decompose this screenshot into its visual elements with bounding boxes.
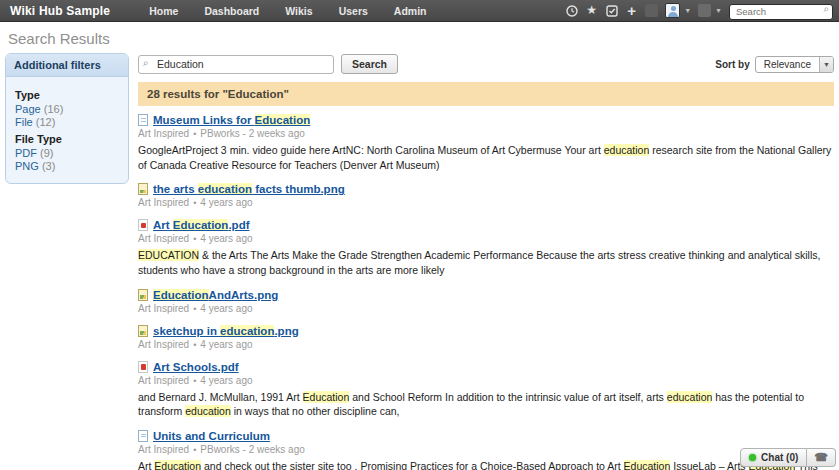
nav-menu: HomeDashboardWikisUsersAdmin: [136, 0, 439, 21]
search-input[interactable]: [138, 55, 334, 74]
result-author: Art Inspired: [138, 128, 189, 139]
pdf-file-icon: [138, 219, 148, 231]
search-result-item: Art Education.pdf Art Inspired•4 years a…: [138, 219, 834, 277]
navbar-search-input[interactable]: [729, 4, 833, 20]
avatar-caret-icon[interactable]: ▼: [684, 7, 691, 14]
result-snippet: and Bernard J. McMullan, 1991 Art Educat…: [138, 390, 834, 419]
result-byline: Art Inspired•4 years ago: [138, 303, 834, 314]
search-icon: ⌕: [823, 3, 829, 15]
nav-item-admin[interactable]: Admin: [381, 0, 440, 22]
result-byline: Art Inspired•PBworks - 2 weeks ago: [138, 128, 834, 139]
filter-link-pdf[interactable]: PDF: [15, 147, 37, 159]
filter-group-title: Type: [15, 89, 119, 101]
filter-item-pdf: PDF (9): [15, 147, 119, 159]
online-status-dot: [749, 454, 756, 461]
result-byline: Art Inspired•PBworks - 2 weeks ago: [138, 444, 834, 455]
result-title-link[interactable]: Art Education.pdf: [153, 219, 249, 231]
result-title-link[interactable]: Units and Curriculum: [153, 430, 270, 442]
search-result-item: Museum Links for Education Art Inspired•…: [138, 114, 834, 172]
results-list: Museum Links for Education Art Inspired•…: [138, 114, 834, 470]
filter-item-page: Page (16): [15, 103, 119, 115]
search-row: ⌕ Search Sort by Relevance ▼: [138, 54, 834, 74]
filters-header: Additional filters: [6, 54, 128, 77]
result-byline: Art Inspired•4 years ago: [138, 375, 834, 386]
sort-selected-value: Relevance: [756, 57, 819, 72]
nav-item-dashboard[interactable]: Dashboard: [191, 0, 272, 22]
result-title-link[interactable]: Art Schools.pdf: [153, 361, 239, 373]
result-title-link[interactable]: EducationAndArts.png: [153, 289, 278, 301]
filters-sidebar: Additional filters TypePage (16)File (12…: [5, 53, 129, 470]
search-button[interactable]: Search: [341, 54, 398, 74]
filter-item-png: PNG (3): [15, 160, 119, 172]
filter-group-title: File Type: [15, 133, 119, 145]
result-byline: Art Inspired•4 years ago: [138, 233, 834, 244]
filter-count: (12): [33, 116, 56, 128]
filter-item-file: File (12): [15, 116, 119, 128]
result-timestamp: PBworks - 2 weeks ago: [200, 444, 305, 455]
account-menu-icon[interactable]: [698, 4, 711, 17]
result-author: Art Inspired: [138, 303, 189, 314]
filter-link-png[interactable]: PNG: [15, 160, 39, 172]
result-snippet: EDUCATION & the Arts The Arts Make the G…: [138, 248, 834, 277]
results-main: ⌕ Search Sort by Relevance ▼ 28 results …: [138, 53, 834, 470]
chat-button-label: Chat (0): [761, 452, 798, 463]
app-title: Wiki Hub Sample: [10, 4, 110, 18]
result-snippet: GoogleArtProject 3 min. video guide here…: [138, 143, 834, 172]
result-timestamp: 4 years ago: [200, 233, 252, 244]
search-result-item: sketchup in education.png Art Inspired•4…: [138, 325, 834, 350]
page-file-icon: [138, 430, 148, 442]
page-file-icon: [138, 114, 148, 126]
result-author: Art Inspired: [138, 444, 189, 455]
top-navbar: Wiki Hub Sample HomeDashboardWikisUsersA…: [0, 0, 839, 22]
result-title-link[interactable]: Museum Links for Education: [153, 114, 310, 126]
navbar-search: ⌕: [729, 1, 833, 20]
result-author: Art Inspired: [138, 233, 189, 244]
nav-item-wikis[interactable]: Wikis: [272, 0, 325, 22]
filters-body: TypePage (16)File (12)File TypePDF (9)PN…: [6, 77, 128, 183]
result-title-link[interactable]: sketchup in education.png: [153, 325, 299, 337]
tasks-checkbox-icon[interactable]: [605, 4, 618, 17]
pdf-file-icon: [138, 361, 148, 373]
sort-dropdown[interactable]: Relevance ▼: [755, 56, 834, 73]
result-timestamp: 4 years ago: [200, 375, 252, 386]
chat-widget: Chat (0) ☎: [740, 448, 836, 467]
dark-square-icon[interactable]: [645, 4, 658, 17]
image-file-icon: [138, 183, 148, 195]
account-menu-caret-icon[interactable]: ▼: [715, 7, 722, 14]
search-result-item: the arts education facts thumb.png Art I…: [138, 183, 834, 208]
image-file-icon: [138, 325, 148, 337]
add-plus-icon[interactable]: +: [625, 4, 638, 17]
page-title: Search Results: [0, 22, 839, 53]
image-file-icon: [138, 289, 148, 301]
navbar-right: ★ + ▼ ▼ ⌕: [565, 1, 833, 20]
chat-button[interactable]: Chat (0): [740, 448, 807, 467]
filter-link-page[interactable]: Page: [15, 103, 41, 115]
filter-count: (3): [39, 160, 56, 172]
chevron-down-icon: ▼: [819, 57, 833, 72]
result-byline: Art Inspired•4 years ago: [138, 197, 834, 208]
result-timestamp: 4 years ago: [200, 303, 252, 314]
nav-item-users[interactable]: Users: [326, 0, 381, 22]
clock-icon[interactable]: [565, 4, 578, 17]
filter-link-file[interactable]: File: [15, 116, 33, 128]
phone-icon[interactable]: ☎: [807, 448, 836, 467]
result-title-link[interactable]: the arts education facts thumb.png: [153, 183, 345, 195]
result-timestamp: PBworks - 2 weeks ago: [200, 128, 305, 139]
filter-count: (9): [37, 147, 54, 159]
result-byline: Art Inspired•4 years ago: [138, 339, 834, 350]
nav-item-home[interactable]: Home: [136, 0, 191, 22]
search-result-item: Units and Curriculum Art Inspired•PBwork…: [138, 430, 834, 470]
result-timestamp: 4 years ago: [200, 339, 252, 350]
result-author: Art Inspired: [138, 375, 189, 386]
search-result-item: EducationAndArts.png Art Inspired•4 year…: [138, 289, 834, 314]
result-author: Art Inspired: [138, 339, 189, 350]
result-snippet: Art Education and check out the sister s…: [138, 459, 834, 470]
sort-by-label: Sort by: [715, 59, 749, 70]
result-timestamp: 4 years ago: [200, 197, 252, 208]
result-author: Art Inspired: [138, 197, 189, 208]
star-icon[interactable]: ★: [585, 4, 598, 17]
results-summary: 28 results for "Education": [138, 82, 834, 106]
avatar[interactable]: [665, 3, 680, 18]
filter-count: (16): [41, 103, 64, 115]
search-icon: ⌕: [143, 57, 149, 69]
